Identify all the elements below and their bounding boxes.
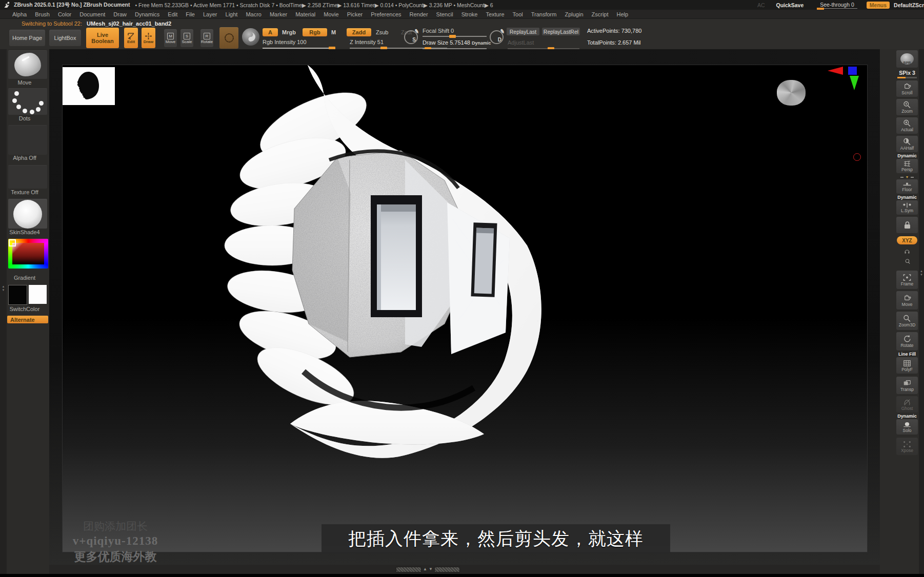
menu-item-zplugin[interactable]: Zplugin <box>560 11 587 17</box>
menu-item-light[interactable]: Light <box>222 11 242 17</box>
rgb-intensity-slider-label[interactable]: Rgb Intensity 100 <box>263 39 307 45</box>
secondary-color-swatch[interactable] <box>29 285 47 304</box>
live-boolean-button[interactable]: Live Boolean <box>86 28 119 48</box>
mrgb-a-toggle[interactable]: A <box>263 28 278 36</box>
menu-item-stencil[interactable]: Stencil <box>432 11 457 17</box>
draw-size-slider-label[interactable]: Draw Size 5.75148 <box>423 39 470 46</box>
local-symmetry-button[interactable]: L.Sym <box>896 200 918 215</box>
menu-item-help[interactable]: Help <box>613 11 633 17</box>
menu-item-layer[interactable]: Layer <box>199 11 222 17</box>
focal-shift-s-icon[interactable]: ✎S <box>404 30 418 44</box>
color-gradient-square[interactable] <box>12 243 44 264</box>
solo-button[interactable]: Solo <box>896 419 918 435</box>
z-axis-gizmo-icon[interactable] <box>848 67 857 75</box>
scale-mode-button[interactable]: S Scale <box>180 29 193 47</box>
alpha-thumbnail[interactable] <box>8 125 47 155</box>
menu-item-preferences[interactable]: Preferences <box>367 11 405 17</box>
m-toggle[interactable]: M <box>331 29 336 35</box>
menu-item-edit[interactable]: Edit <box>164 11 182 17</box>
menu-item-texture[interactable]: Texture <box>481 11 508 17</box>
edit-mode-button[interactable]: Edit <box>124 28 138 48</box>
focal-shift-knob[interactable] <box>449 35 456 38</box>
menu-item-marker[interactable]: Marker <box>266 11 291 17</box>
move-mode-button[interactable]: M Move <box>164 29 177 47</box>
persp-button[interactable]: Persp <box>896 159 918 173</box>
viewport-canvas[interactable]: 团购添加团长 v+qiqiyu-12138 更多优质海外教程 www.cgltg… <box>49 49 880 565</box>
menu-item-material[interactable]: Material <box>291 11 319 17</box>
home-page-button[interactable]: Home Page <box>9 30 45 46</box>
aahalf-button[interactable]: AAHalf <box>896 136 918 152</box>
spix-slider[interactable] <box>897 77 917 78</box>
focal-shift-slider-label[interactable]: Focal Shift 0 <box>423 28 454 34</box>
menu-item-picker[interactable]: Picker <box>343 11 367 17</box>
hair-accessory-model[interactable] <box>63 65 868 548</box>
texture-thumbnail[interactable] <box>8 165 47 189</box>
draw-mode-button[interactable]: Draw <box>142 28 155 48</box>
menu-item-zscript[interactable]: Zscript <box>588 11 613 17</box>
scroll-down-icon[interactable]: ▼ <box>429 567 433 571</box>
rgb-toggle[interactable]: Rgb <box>303 28 327 36</box>
xpose-button[interactable]: Xpose <box>896 438 918 455</box>
dynamic-draw-size-label[interactable]: Dynamic <box>472 40 491 46</box>
polyframe-button[interactable]: PolyF <box>896 357 918 374</box>
material-thumbnail[interactable] <box>8 199 47 229</box>
menu-item-file[interactable]: File <box>182 11 199 17</box>
actual-size-button[interactable]: Actual <box>896 117 918 134</box>
floor-button[interactable]: Floor <box>896 179 918 194</box>
rotate-mode-button[interactable]: R Rotate <box>200 29 213 47</box>
z-intensity-slider-label[interactable]: Z Intensity 51 <box>350 39 384 45</box>
alternate-button[interactable]: Alternate <box>7 316 48 323</box>
horizontal-scrollbar[interactable]: ▲ ▼ <box>396 567 460 572</box>
x-axis-gizmo-icon[interactable] <box>828 67 843 75</box>
bpr-render-button[interactable]: BPR <box>896 50 918 68</box>
transparency-button[interactable]: Transp <box>896 377 918 394</box>
transpose-lock-button[interactable] <box>896 217 918 233</box>
see-through-slider[interactable]: See-through 0 <box>817 2 857 9</box>
menu-item-movie[interactable]: Movie <box>319 11 343 17</box>
floor-axis-toggles[interactable]: ▼ <box>900 175 914 179</box>
menu-item-transform[interactable]: Transform <box>527 11 561 17</box>
pivot-mini-icon[interactable] <box>904 257 911 266</box>
menu-item-brush[interactable]: Brush <box>31 11 54 17</box>
menus-button[interactable]: Menus <box>867 2 890 9</box>
default-zscript-button[interactable]: DefaultZScr <box>894 2 924 8</box>
scroll-up-icon[interactable]: ▲ <box>423 567 427 571</box>
rotate-canvas-button[interactable]: Rotate <box>896 332 918 351</box>
scrollbar-left-grip[interactable] <box>396 567 421 572</box>
adjust-last-slider-label[interactable]: AdjustLast <box>508 39 534 46</box>
move-canvas-button[interactable]: Move <box>896 291 918 310</box>
frame-button[interactable]: Frame <box>896 271 918 289</box>
mrgb-label[interactable]: Mrgb <box>282 29 296 35</box>
rgb-intensity-track[interactable] <box>263 48 334 49</box>
dynamic-d-icon[interactable]: ✎D <box>490 30 504 44</box>
camera-nav-sphere[interactable] <box>777 80 806 106</box>
menu-item-stroke[interactable]: Stroke <box>457 11 482 17</box>
menu-item-alpha[interactable]: Alpha <box>8 11 31 17</box>
lightbox-button[interactable]: LightBox <box>49 30 81 46</box>
replay-last-button[interactable]: ReplayLast <box>507 28 539 35</box>
ghost-button[interactable]: Ghost <box>896 396 918 413</box>
brush-thumbnail[interactable] <box>8 50 47 79</box>
menu-item-tool[interactable]: Tool <box>509 11 527 17</box>
zadd-toggle[interactable]: Zadd <box>347 28 371 36</box>
replay-last-rel-button[interactable]: ReplayLastRel <box>542 28 580 35</box>
see-through-knob[interactable] <box>817 8 824 10</box>
zoom-button[interactable]: Zoom <box>896 99 918 115</box>
menu-item-document[interactable]: Document <box>75 11 109 17</box>
stroke-type-button[interactable] <box>242 28 259 46</box>
primary-color-swatch[interactable] <box>8 285 27 305</box>
stroke-thumbnail[interactable] <box>8 88 47 115</box>
scrollbar-right-grip[interactable] <box>434 567 460 572</box>
headset-mini-icon[interactable] <box>903 247 911 256</box>
right-tray-divider[interactable]: ▲▼ <box>919 49 924 574</box>
zbrush-document[interactable]: 团购添加团长 v+qiqiyu-12138 更多优质海外教程 www.cgltg… <box>62 65 868 552</box>
quicksave-button[interactable]: QuickSave <box>776 2 804 8</box>
zsub-toggle[interactable]: Zsub <box>376 29 388 35</box>
xyz-symmetry-button[interactable]: XYZ <box>897 236 917 244</box>
y-axis-gizmo-icon[interactable] <box>850 76 859 90</box>
current-brush-button[interactable] <box>219 27 238 49</box>
color-picker[interactable] <box>8 239 48 269</box>
switch-color-widget[interactable] <box>8 285 48 305</box>
zoom3d-button[interactable]: Zoom3D <box>896 312 918 330</box>
menu-item-dynamics[interactable]: Dynamics <box>131 11 164 17</box>
